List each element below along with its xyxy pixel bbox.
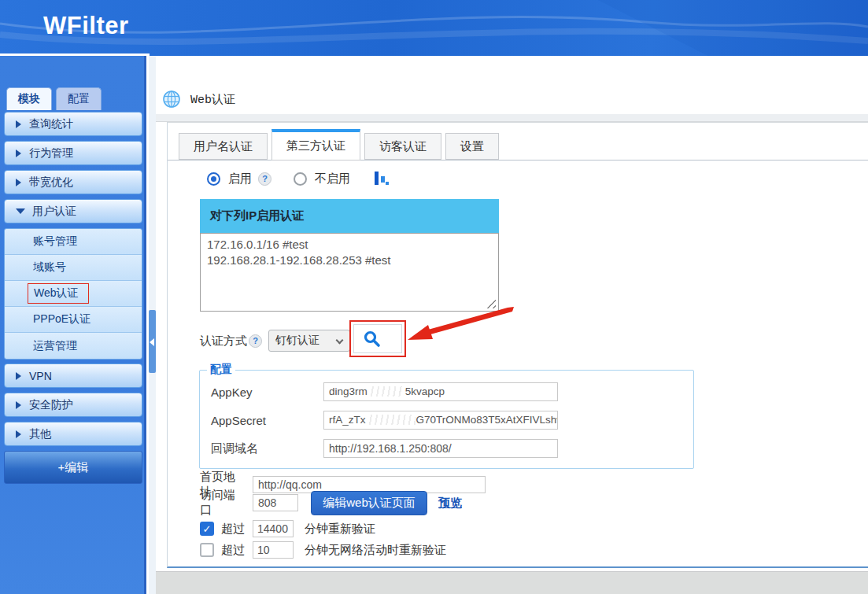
tab-settings[interactable]: 设置 — [445, 133, 499, 160]
page-title: Web认证 — [190, 92, 235, 107]
appkey-row: AppKey ding3rm5kvapcp — [211, 382, 693, 401]
reauth-timeout-checkbox[interactable] — [200, 522, 214, 536]
bar-chart-icon[interactable] — [374, 169, 390, 188]
sidebar-menu: 查询统计 行为管理 带宽优化 用户认证 账号管理 域账号 — [4, 112, 142, 484]
appsecret-input[interactable]: rfA_zTxG70TrONMo83T5xAtXFIVLshvsi5s — [323, 411, 558, 430]
sidebar-subitem-operation-mgmt[interactable]: 运营管理 — [5, 333, 142, 359]
help-icon[interactable]: ? — [258, 172, 271, 186]
panel-top-strip — [156, 114, 868, 122]
exceed-label: 超过 — [221, 543, 245, 558]
sidebar-item-label: 查询统计 — [29, 117, 73, 131]
auth-method-label: 认证方式 — [200, 334, 247, 349]
sidebar-subitem-web-auth[interactable]: Web认证 — [5, 281, 142, 307]
radio-disable[interactable] — [294, 172, 307, 186]
chevron-right-icon — [16, 120, 21, 128]
sidebar-subitem-label: 运营管理 — [33, 339, 77, 353]
appkey-prefix: ding3rm — [329, 386, 368, 397]
enable-row: 启用 ? 不启用 — [207, 168, 390, 189]
appkey-suffix: 5kvapcp — [405, 386, 445, 397]
idle-minutes-input[interactable] — [253, 541, 294, 559]
radio-enable[interactable] — [207, 172, 220, 186]
help-icon[interactable]: ? — [249, 334, 262, 348]
auth-method-selected-value: 钉钉认证 — [275, 334, 319, 348]
reauth-suffix-label: 分钟重新验证 — [305, 522, 375, 537]
wfilter-logo: WFilter — [43, 12, 129, 40]
chevron-down-icon — [16, 208, 25, 214]
red-highlight-annotation: Web认证 — [28, 283, 89, 304]
reauth-minutes-input[interactable] — [253, 520, 294, 537]
footer-strip — [156, 571, 868, 594]
sidebar-item-label: 安全防护 — [29, 398, 73, 412]
ip-list-header: 对下列IP启用认证 — [200, 199, 499, 233]
callback-input[interactable] — [323, 439, 558, 458]
sidebar-tab-modules[interactable]: 模块 — [6, 87, 52, 110]
sidebar-collapse-handle[interactable] — [149, 310, 156, 373]
enable-label: 启用 — [228, 172, 252, 186]
sidebar-item-others[interactable]: 其他 — [4, 422, 142, 446]
edit-web-auth-page-button[interactable]: 编辑web认证页面 — [311, 491, 427, 515]
search-auth-button[interactable] — [353, 324, 402, 353]
callback-row: 回调域名 — [211, 439, 693, 458]
chevron-right-icon — [16, 179, 21, 186]
sidebar-item-bandwidth-opt[interactable]: 带宽优化 — [4, 170, 142, 194]
tab-third-party-auth[interactable]: 第三方认证 — [271, 129, 360, 160]
port-input[interactable] — [253, 494, 298, 511]
sidebar-subitem-label: 域账号 — [33, 260, 66, 275]
sidebar-item-label: 带宽优化 — [29, 175, 73, 190]
search-icon — [363, 330, 382, 349]
main-content: Web认证 用户名认证 第三方认证 访客认证 设置 启用 ? 不启用 — [156, 56, 868, 571]
sidebar-item-label: 用户认证 — [32, 205, 76, 219]
sidebar-subitem-label: 账号管理 — [33, 234, 77, 249]
chevron-right-icon — [16, 149, 21, 157]
auth-method-select[interactable]: 钉钉认证 — [268, 330, 350, 352]
appkey-label: AppKey — [211, 386, 323, 399]
globe-icon — [163, 90, 180, 108]
idle-reauth-checkbox[interactable] — [200, 543, 214, 557]
sidebar-item-query-stats[interactable]: 查询统计 — [4, 112, 142, 136]
auth-tabs: 用户名认证 第三方认证 访客认证 设置 — [179, 128, 503, 160]
sidebar-item-label: VPN — [29, 370, 52, 382]
sidebar-tabs: 模块 配置 — [6, 87, 105, 110]
redaction-scribble — [367, 415, 416, 425]
chevron-right-icon — [16, 401, 21, 409]
sidebar-subitem-label: Web认证 — [34, 286, 79, 299]
edit-modules-button[interactable]: +编辑 — [4, 451, 142, 484]
sidebar-item-vpn[interactable]: VPN — [4, 363, 142, 388]
sidebar-item-security[interactable]: 安全防护 — [4, 393, 142, 417]
appsecret-label: AppSecret — [211, 414, 323, 427]
sidebar-subitem-domain-account[interactable]: 域账号 — [5, 255, 142, 281]
chevron-right-icon — [16, 430, 21, 438]
sidebar-subitem-label: PPPoE认证 — [33, 312, 90, 327]
auth-settings-panel: 用户名认证 第三方认证 访客认证 设置 启用 ? 不启用 — [167, 122, 868, 568]
reauth-rule-row: 超过 分钟重新验证 — [200, 520, 375, 537]
sidebar: 模块 配置 查询统计 行为管理 带宽优化 用户认证 账号管理 — [0, 56, 146, 594]
port-row: 访问端口 编辑web认证页面 预览 — [200, 490, 462, 515]
sidebar-tab-config[interactable]: 配置 — [56, 87, 102, 110]
appsecret-prefix: rfA_zTx — [329, 414, 366, 426]
sidebar-subitem-pppoe-auth[interactable]: PPPoE认证 — [5, 307, 142, 333]
callback-label: 回调域名 — [211, 441, 323, 456]
exceed-label: 超过 — [221, 522, 245, 537]
appsecret-suffix: G70TrONMo83T5xAtXFIVLshvsi5s — [416, 414, 558, 426]
config-fieldset: 配置 AppKey ding3rm5kvapcp AppSecret rfA_z… — [199, 363, 694, 469]
tab-guest-auth[interactable]: 访客认证 — [364, 133, 441, 160]
sidebar-item-label: 行为管理 — [29, 146, 73, 160]
wfilter-window: WFilter 模块 配置 查询统计 行为管理 带宽优化 用户认证 — [0, 0, 868, 594]
tab-username-auth[interactable]: 用户名认证 — [179, 133, 268, 160]
auth-method-row: 认证方式 ? 钉钉认证 — [200, 329, 350, 352]
sidebar-item-behavior-mgmt[interactable]: 行为管理 — [4, 141, 142, 165]
idle-suffix-label: 分钟无网络活动时重新验证 — [305, 543, 446, 558]
sidebar-item-label: 其他 — [29, 427, 51, 441]
sidebar-submenu: 账号管理 域账号 Web认证 PPPoE认证 运营管理 — [4, 228, 142, 360]
red-rect-annotation — [349, 320, 406, 357]
sidebar-item-user-auth[interactable]: 用户认证 — [4, 199, 142, 223]
preview-link[interactable]: 预览 — [438, 496, 462, 511]
chevron-right-icon — [16, 372, 21, 380]
chevron-down-icon — [336, 337, 344, 345]
appsecret-row: AppSecret rfA_zTxG70TrONMo83T5xAtXFIVLsh… — [211, 411, 693, 430]
appkey-input[interactable]: ding3rm5kvapcp — [323, 382, 558, 401]
sidebar-subitem-account-mgmt[interactable]: 账号管理 — [5, 229, 142, 255]
ip-list-textarea[interactable]: 172.16.0.1/16 #test 192.168.28.1-192.168… — [200, 233, 499, 312]
disable-label: 不启用 — [315, 172, 350, 186]
top-banner: WFilter — [0, 0, 868, 56]
